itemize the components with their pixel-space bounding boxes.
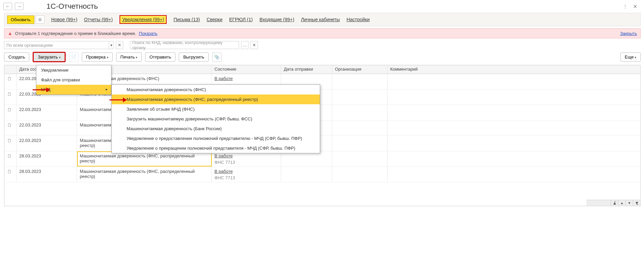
- row-comment: [387, 151, 640, 166]
- row-org: [332, 151, 387, 166]
- attachment-icon-button[interactable]: 📎: [212, 52, 222, 62]
- mchd-submenu: Машиночитаемая доверенность (ФНС) Машино…: [111, 84, 320, 153]
- nav-reports[interactable]: Отчеты (99+): [84, 17, 113, 22]
- warning-triangle-icon: ▲: [8, 31, 12, 36]
- print-button[interactable]: Печать: [116, 52, 142, 62]
- submenu-caret-icon: ▸: [106, 87, 108, 91]
- row-comment: [387, 105, 640, 120]
- forward-button[interactable]: →: [15, 3, 24, 10]
- row-comment: [387, 120, 640, 136]
- scroll-top-button[interactable]: ▲̅: [611, 200, 618, 206]
- search-lookup-button[interactable]: …: [241, 41, 248, 49]
- row-comment: [387, 136, 640, 151]
- submenu-item-fns-distributed[interactable]: Машиночитаемая доверенность (ФНС, распре…: [112, 95, 320, 104]
- row-comment: [387, 167, 640, 182]
- org-filter-placeholder: По всем организациям: [4, 43, 109, 48]
- dropdown-caret-icon[interactable]: ▾: [109, 41, 113, 49]
- nav-incoming[interactable]: Входящие (99+): [260, 17, 294, 22]
- menu-item-notification[interactable]: Уведомление: [36, 65, 111, 75]
- scroll-up-button[interactable]: ▲: [618, 200, 625, 206]
- settings-gear-button[interactable]: ⚙: [36, 15, 44, 24]
- nav-new[interactable]: Новое (99+): [51, 17, 77, 22]
- submenu-item-bank-russia[interactable]: Машиночитаемая доверенность (Банк России…: [112, 124, 320, 134]
- table-row[interactable]: 🗋22.03.2023Машиночитаемая доверенность (…: [4, 120, 640, 136]
- status-link[interactable]: В работе: [214, 153, 233, 158]
- row-doc-icon: 🗋: [4, 120, 16, 136]
- row-doc-icon: 🗋: [4, 151, 16, 166]
- row-org: [332, 89, 387, 105]
- scroll-bottom-button[interactable]: ▼̲: [633, 200, 640, 206]
- scroll-buttons: ▲̅ ▲ ▼ ▼̲: [586, 200, 640, 206]
- row-org: [332, 105, 387, 120]
- create-button[interactable]: Создать: [4, 52, 29, 62]
- load-dropdown-menu: Уведомление Файл для отправки МЧД ▸: [36, 65, 111, 95]
- nav-egrul[interactable]: ЕГРЮЛ (1): [229, 17, 253, 22]
- row-date: 22.03.2023: [16, 120, 77, 136]
- kebab-icon[interactable]: ⋮: [623, 4, 628, 9]
- column-status[interactable]: Состояние: [212, 65, 281, 74]
- menu-item-file-for-send[interactable]: Файл для отправки: [36, 75, 111, 85]
- column-sent[interactable]: Дата отправки: [281, 65, 332, 74]
- status-subtext: ФНС 7713: [214, 158, 278, 165]
- table-row[interactable]: 🗋28.03.2023Машиночитаемая доверенность (…: [4, 151, 640, 167]
- status-link[interactable]: В работе: [214, 169, 233, 174]
- menu-item-mchd[interactable]: МЧД ▸: [36, 85, 111, 95]
- org-filter-clear[interactable]: ✕: [116, 41, 123, 49]
- row-doc-icon: 🗋: [4, 74, 16, 89]
- warning-banner: ▲ Отправьте 1 подтверждение о приеме в б…: [4, 28, 641, 38]
- load-button[interactable]: Загрузить: [33, 52, 65, 62]
- table-row[interactable]: 🗋28.03.2023Машиночитаемая доверенность (…: [4, 167, 640, 182]
- row-doc-icon: 🗋: [4, 167, 16, 182]
- search-clear[interactable]: ✕: [250, 41, 258, 49]
- nav-recon[interactable]: Сверки: [207, 17, 223, 22]
- close-icon[interactable]: ✕: [633, 3, 637, 10]
- menu-item-mchd-label: МЧД: [41, 87, 50, 92]
- back-button[interactable]: ←: [3, 3, 12, 10]
- warning-close-link[interactable]: Закрыть: [620, 31, 637, 36]
- export-button[interactable]: Выгрузить: [179, 52, 208, 62]
- action-bar: Создать Загрузить 📄 Проверка Печать Отпр…: [0, 52, 644, 65]
- search-placeholder: Поиск по КНД, названию, контролирующему …: [130, 40, 239, 50]
- document-icon-button[interactable]: 📄: [69, 52, 78, 62]
- more-button[interactable]: Еще: [620, 52, 641, 62]
- table-row[interactable]: 🗋22.03.2023Машиночитаемая доверенность (…: [4, 105, 640, 120]
- nav-tabs: Обновить ⚙ Новое (99+) Отчеты (99+) Увед…: [4, 13, 641, 26]
- row-comment: [387, 74, 640, 89]
- row-org: [332, 120, 387, 136]
- row-doc-icon: 🗋: [4, 89, 16, 105]
- nav-cabinets[interactable]: Личные кабинеты: [301, 17, 340, 22]
- row-date: 22.03.2023: [16, 136, 77, 151]
- table-row[interactable]: 🗋22.03.2023Машиночитаемая доверенность (…: [4, 136, 640, 151]
- send-button[interactable]: Отправить: [145, 52, 175, 62]
- row-name: Машиночитаемая доверенность (ФНС, распре…: [77, 167, 212, 182]
- row-sent: [281, 151, 332, 166]
- org-filter-combo[interactable]: По всем организациям ▾: [4, 41, 114, 49]
- search-combo[interactable]: Поиск по КНД, названию, контролирующему …: [130, 41, 239, 49]
- column-comment[interactable]: Комментарий: [387, 65, 640, 74]
- status-link[interactable]: В работе: [214, 76, 233, 81]
- status-subtext: ФНС 7713: [214, 174, 278, 180]
- nav-notifications[interactable]: Уведомления (99+): [120, 15, 167, 24]
- submenu-item-stop-sfr-pfr[interactable]: Уведомление о прекращении полномочий пре…: [112, 143, 320, 153]
- nav-settings[interactable]: Настройки: [346, 17, 370, 22]
- row-doc-icon: 🗋: [4, 105, 16, 120]
- nav-letters[interactable]: Письма (13): [173, 17, 200, 22]
- row-org: [332, 74, 387, 89]
- warning-show-link[interactable]: Показать: [139, 31, 157, 36]
- scroll-down-button[interactable]: ▼: [625, 200, 633, 206]
- row-org: [332, 136, 387, 151]
- row-date: 28.03.2023: [16, 151, 77, 166]
- row-status: В работеФНС 7713: [212, 151, 281, 166]
- refresh-button[interactable]: Обновить: [7, 15, 34, 24]
- table: Дата создания Наименование Состояние Дат…: [4, 65, 641, 206]
- check-button[interactable]: Проверка: [82, 52, 113, 62]
- column-org[interactable]: Организация: [332, 65, 387, 74]
- submenu-item-grant-sfr-pfr[interactable]: Уведомление о предоставлении полномочий …: [112, 134, 320, 143]
- submenu-item-fns[interactable]: Машиночитаемая доверенность (ФНС): [112, 85, 320, 95]
- row-org: [332, 167, 387, 182]
- row-comment: [387, 89, 640, 105]
- row-status: В работеФНС 7713: [212, 167, 281, 182]
- submenu-item-load-sfr[interactable]: Загрузить машиночитаемую доверенность (С…: [112, 114, 320, 124]
- submenu-item-revoke[interactable]: Заявление об отзыве МЧД (ФНС): [112, 104, 320, 114]
- row-name: Машиночитаемая доверенность (ФНС, распре…: [77, 151, 212, 166]
